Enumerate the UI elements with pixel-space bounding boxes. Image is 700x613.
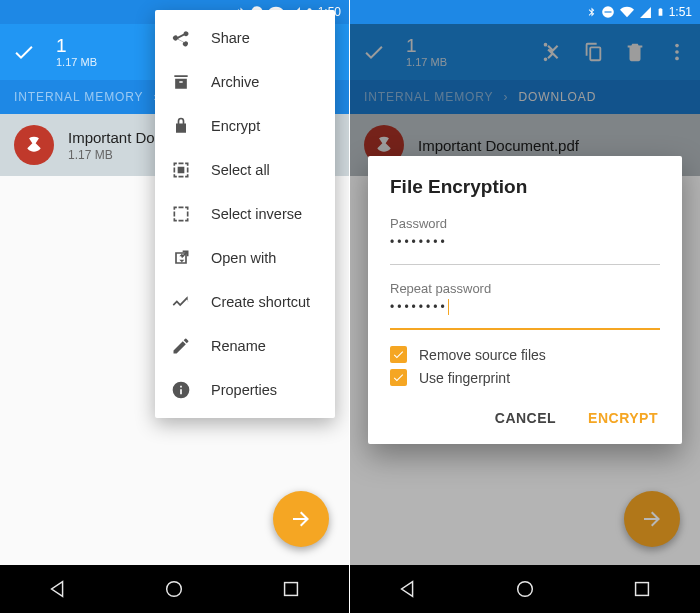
select-inverse-icon — [171, 204, 191, 224]
repeat-password-label: Repeat password — [390, 281, 660, 296]
encryption-dialog: File Encryption Password •••••••• Repeat… — [368, 156, 682, 444]
menu-item-open-with[interactable]: Open with — [155, 236, 335, 280]
remove-source-checkbox[interactable]: Remove source files — [390, 346, 660, 363]
nav-back-icon[interactable] — [47, 578, 69, 600]
dialog-title: File Encryption — [390, 176, 660, 198]
cancel-button[interactable]: CANCEL — [493, 402, 558, 434]
password-label: Password — [390, 216, 660, 231]
use-fingerprint-checkbox[interactable]: Use fingerprint — [390, 369, 660, 386]
svg-rect-10 — [635, 583, 648, 596]
checkbox-checked-icon — [390, 369, 407, 386]
svg-rect-3 — [284, 583, 297, 596]
dnd-icon — [601, 5, 615, 19]
pdf-icon — [14, 125, 54, 165]
menu-item-info[interactable]: Properties — [155, 368, 335, 412]
shortcut-icon — [171, 292, 191, 312]
menu-item-lock[interactable]: Encrypt — [155, 104, 335, 148]
menu-item-select-inverse[interactable]: Select inverse — [155, 192, 335, 236]
status-bar: 1:51 — [350, 0, 700, 24]
menu-item-label: Create shortcut — [211, 294, 310, 310]
share-icon — [171, 28, 191, 48]
select-all-icon — [171, 160, 191, 180]
menu-item-rename[interactable]: Rename — [155, 324, 335, 368]
nav-bar — [350, 565, 700, 613]
svg-point-2 — [167, 582, 182, 597]
menu-item-label: Open with — [211, 250, 276, 266]
arrow-right-icon — [289, 507, 313, 531]
nav-back-icon[interactable] — [397, 578, 419, 600]
menu-item-share[interactable]: Share — [155, 16, 335, 60]
menu-item-label: Select inverse — [211, 206, 302, 222]
checkbox-checked-icon — [390, 346, 407, 363]
menu-item-archive[interactable]: Archive — [155, 60, 335, 104]
info-icon — [171, 380, 191, 400]
menu-item-label: Archive — [211, 74, 259, 90]
breadcrumb-root[interactable]: INTERNAL MEMORY — [14, 90, 144, 104]
nav-bar — [0, 565, 349, 613]
archive-icon — [171, 72, 191, 92]
menu-item-shortcut[interactable]: Create shortcut — [155, 280, 335, 324]
svg-point-9 — [518, 582, 533, 597]
rename-icon — [171, 336, 191, 356]
nav-home-icon[interactable] — [514, 578, 536, 600]
battery-icon — [656, 5, 665, 19]
lock-icon — [171, 116, 191, 136]
menu-item-label: Select all — [211, 162, 270, 178]
overflow-menu: ShareArchiveEncryptSelect allSelect inve… — [155, 10, 335, 418]
svg-rect-5 — [604, 11, 611, 12]
status-time: 1:51 — [669, 5, 692, 19]
menu-item-label: Share — [211, 30, 250, 46]
menu-item-label: Rename — [211, 338, 266, 354]
nav-recent-icon[interactable] — [280, 578, 302, 600]
check-icon[interactable] — [12, 40, 36, 64]
nav-recent-icon[interactable] — [631, 578, 653, 600]
wifi-icon — [619, 5, 635, 19]
bluetooth-icon — [586, 5, 597, 19]
menu-item-label: Encrypt — [211, 118, 260, 134]
nav-home-icon[interactable] — [163, 578, 185, 600]
password-field[interactable]: •••••••• — [390, 233, 660, 265]
menu-item-select-all[interactable]: Select all — [155, 148, 335, 192]
open-with-icon — [171, 248, 191, 268]
menu-item-label: Properties — [211, 382, 277, 398]
cell-icon — [639, 6, 652, 19]
encrypt-button[interactable]: ENCRYPT — [586, 402, 660, 434]
repeat-password-field[interactable]: •••••••• — [390, 298, 660, 330]
fab-next[interactable] — [273, 491, 329, 547]
